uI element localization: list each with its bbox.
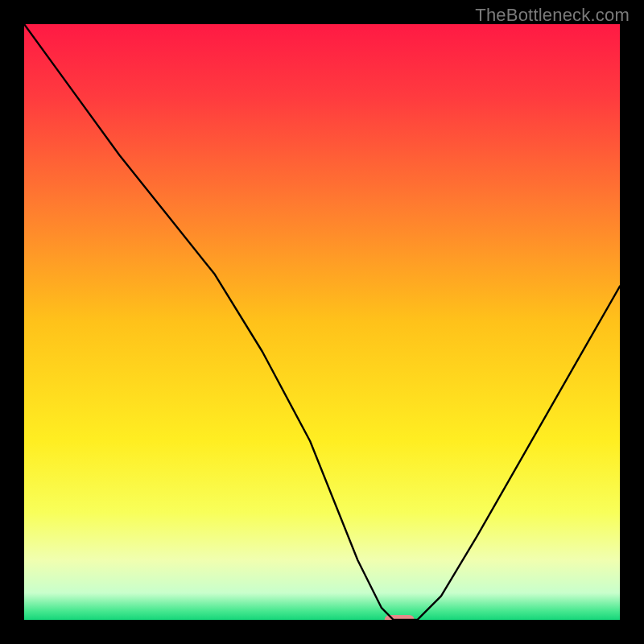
gradient-background	[24, 24, 620, 620]
chart-container: TheBottleneck.com	[0, 0, 644, 644]
plot-area	[24, 24, 620, 620]
watermark-text: TheBottleneck.com	[475, 5, 630, 26]
chart-svg	[24, 24, 620, 620]
